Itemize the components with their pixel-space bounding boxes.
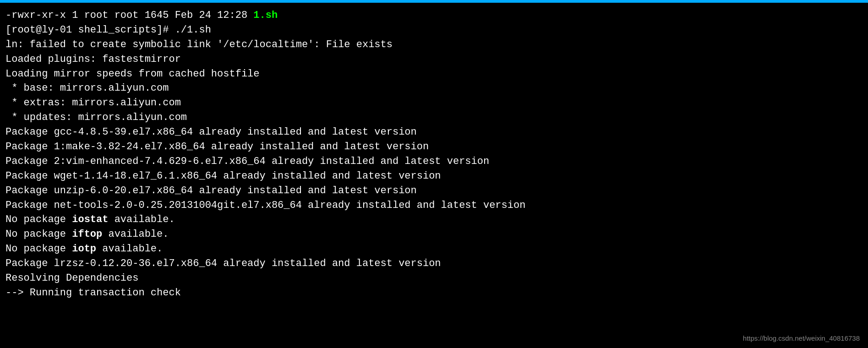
terminal-line: * updates: mirrors.aliyun.com [5,110,863,125]
terminal-line: Package 1:make-3.82-24.el7.x86_64 alread… [5,140,863,154]
terminal-line: --> Running transaction check [5,286,863,300]
terminal-line: Package unzip-6.0-20.el7.x86_64 already … [5,184,863,198]
terminal-line: No package iostat available. [5,212,863,227]
line-text: available. [102,228,169,240]
terminal-line: ln: failed to create symbolic link '/etc… [5,38,863,52]
terminal-line: Package lrzsz-0.12.20-36.el7.x86_64 alre… [5,256,863,271]
line-text: No package [5,243,72,255]
filename-highlight: 1.sh [253,10,278,21]
line-text: available. [108,214,175,225]
bold-package: iostat [72,214,108,225]
terminal-window: -rwxr-xr-x 1 root root 1645 Feb 24 12:28… [0,0,868,348]
terminal-line: Loading mirror speeds from cached hostfi… [5,67,863,82]
terminal-line: -rwxr-xr-x 1 root root 1645 Feb 24 12:28… [5,8,863,23]
line-text: No package [5,228,72,240]
top-bar [0,0,868,3]
bold-package: iotp [72,243,96,255]
terminal-line: Resolving Dependencies [5,271,863,286]
terminal-line: Package net-tools-2.0-0.25.20131004git.e… [5,198,863,213]
terminal-line: * base: mirrors.aliyun.com [5,81,863,96]
watermark: https://blog.csdn.net/weixin_40816738 [743,333,860,343]
terminal-line: Loaded plugins: fastestmirror [5,52,863,67]
line-text: available. [96,243,163,255]
line-text: No package [5,214,72,225]
terminal-line: Package gcc-4.8.5-39.el7.x86_64 already … [5,125,863,140]
terminal-line: * extras: mirrors.aliyun.com [5,96,863,110]
terminal-line: No package iftop available. [5,227,863,242]
line-text: -rwxr-xr-x 1 root root 1645 Feb 24 12:28 [5,10,253,21]
terminal-content: -rwxr-xr-x 1 root root 1645 Feb 24 12:28… [5,4,863,300]
terminal-line: [root@ly-01 shell_scripts]# ./1.sh [5,23,863,38]
bold-package: iftop [72,228,102,240]
terminal-line: Package wget-1.14-18.el7_6.1.x86_64 alre… [5,169,863,184]
terminal-line: No package iotp available. [5,242,863,256]
terminal-line: Package 2:vim-enhanced-7.4.629-6.el7.x86… [5,154,863,169]
